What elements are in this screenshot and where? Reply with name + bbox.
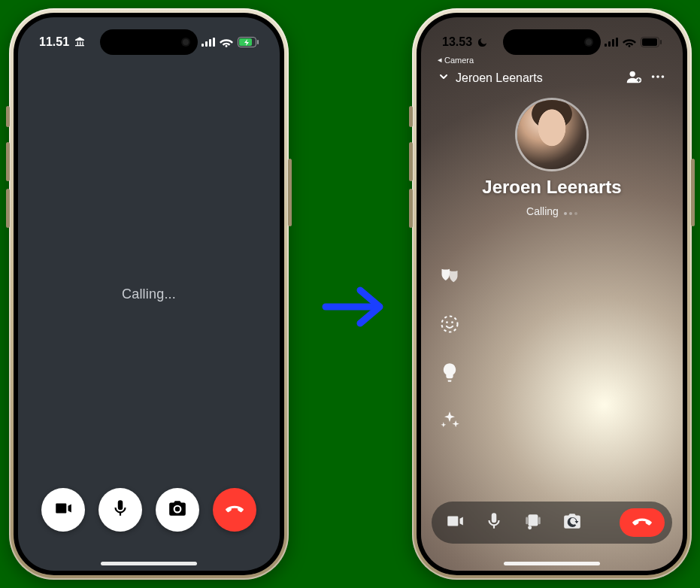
effects-light-button[interactable] [439, 362, 460, 383]
ellipsis-anim [562, 205, 577, 217]
video-button[interactable] [41, 488, 85, 532]
camera-button[interactable] [156, 488, 199, 532]
breadcrumb-label: Camera [444, 56, 474, 65]
svg-rect-2 [205, 41, 208, 47]
svg-rect-10 [612, 39, 614, 47]
phone-down-icon [225, 499, 244, 521]
signal-icon [202, 38, 215, 47]
svg-rect-9 [608, 41, 611, 47]
hw-volume-up [6, 142, 10, 181]
hw-volume-down [409, 189, 413, 228]
phone-after: 13.53 Camera [412, 8, 692, 580]
header-title: Jeroen Leenarts [456, 71, 543, 85]
mic-button[interactable] [98, 488, 142, 532]
status-bar: 11.51 [18, 29, 280, 55]
hw-power-button [691, 159, 695, 226]
avatar [517, 100, 586, 169]
svg-point-18 [656, 75, 659, 78]
effects-sparkle-button[interactable] [439, 410, 460, 431]
breadcrumb[interactable]: Camera [438, 55, 474, 65]
svg-rect-8 [605, 44, 607, 47]
svg-rect-13 [642, 38, 657, 46]
hw-mute-switch [409, 106, 413, 127]
svg-rect-11 [616, 38, 618, 47]
svg-point-21 [446, 321, 448, 323]
tb-end-call-button[interactable] [620, 508, 665, 537]
person-add-icon [626, 74, 642, 87]
mic-icon [484, 520, 504, 533]
status-bar: 13.53 [421, 29, 683, 55]
call-toolbar [432, 502, 672, 544]
svg-point-20 [442, 317, 458, 332]
moon-icon [477, 37, 488, 48]
end-call-button[interactable] [213, 488, 256, 532]
call-actions [18, 488, 280, 532]
video-icon [53, 499, 73, 521]
svg-rect-7 [257, 40, 259, 44]
hw-power-button [288, 159, 292, 226]
phone-down-icon [632, 511, 653, 535]
more-button[interactable] [650, 68, 666, 88]
status-time: 13.53 [442, 35, 472, 49]
svg-point-24 [528, 526, 532, 529]
hw-volume-up [409, 142, 413, 181]
svg-point-19 [662, 75, 665, 78]
stage-icon [523, 520, 543, 533]
svg-rect-26 [538, 517, 541, 525]
svg-point-15 [630, 71, 635, 77]
sparkle-icon [439, 420, 460, 433]
battery-icon [238, 37, 259, 47]
chevron-down-icon [438, 71, 450, 86]
callee-name: Jeroen Leenarts [482, 177, 621, 198]
hw-volume-down [6, 189, 10, 228]
svg-rect-1 [202, 44, 204, 47]
wifi-icon [220, 37, 233, 47]
svg-rect-3 [209, 39, 211, 47]
svg-rect-25 [526, 517, 528, 525]
sticker-icon [439, 324, 460, 337]
tb-camera-flip-button[interactable] [562, 511, 582, 534]
bank-icon [74, 36, 86, 48]
calling-status: Calling... [18, 286, 280, 302]
svg-point-17 [652, 75, 655, 78]
transition-arrow [321, 286, 386, 328]
phone-before: 11.51 Calling... [9, 8, 289, 580]
more-icon [650, 74, 666, 87]
callee-status: Calling [526, 205, 577, 217]
tb-mic-button[interactable] [484, 511, 504, 534]
add-person-button[interactable] [626, 68, 642, 88]
bulb-icon [439, 372, 460, 385]
video-icon [445, 520, 465, 533]
svg-rect-14 [660, 40, 662, 44]
wifi-icon [623, 37, 636, 47]
effects-column [439, 265, 460, 431]
svg-rect-23 [529, 514, 538, 526]
home-indicator[interactable] [101, 562, 197, 565]
header-title-button[interactable]: Jeroen Leenarts [438, 71, 543, 86]
camera-flip-icon [562, 520, 582, 533]
mic-icon [111, 499, 130, 521]
svg-rect-4 [213, 38, 215, 47]
callee-status-text: Calling [526, 205, 559, 217]
tb-stage-button[interactable] [523, 511, 543, 534]
hw-mute-switch [6, 106, 10, 127]
tb-video-button[interactable] [445, 511, 465, 534]
call-hero: Jeroen Leenarts Calling [421, 100, 683, 217]
call-header: Jeroen Leenarts [421, 68, 683, 88]
svg-point-22 [451, 321, 453, 323]
effects-masks-button[interactable] [439, 265, 460, 286]
signal-icon [605, 38, 618, 47]
battery-icon [641, 37, 662, 47]
status-time: 11.51 [39, 35, 69, 49]
effects-sticker-button[interactable] [439, 314, 460, 335]
camera-icon [168, 499, 187, 521]
masks-icon [439, 276, 460, 289]
home-indicator[interactable] [504, 562, 600, 565]
